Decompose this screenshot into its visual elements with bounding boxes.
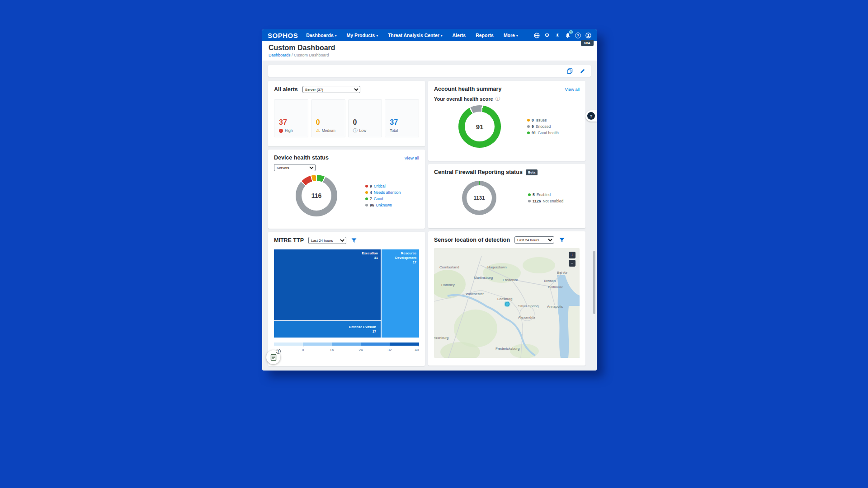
- account-health-legend: 0Issues 9Snoozed 91Good health: [527, 118, 559, 135]
- account-health-title: Account health summary: [434, 86, 501, 92]
- firewall-donut[interactable]: 1131: [462, 181, 496, 215]
- treemap-cell-resource-development[interactable]: Resource Development 17: [382, 249, 419, 338]
- city-label: Annapolis: [547, 305, 563, 309]
- city-label: Fredericksburg: [495, 347, 519, 351]
- firewall-legend: 5Enabled 1126Not enabled: [528, 192, 563, 203]
- chevron-down-icon: ▾: [441, 34, 443, 38]
- help-tab: ?: [585, 110, 597, 122]
- high-severity-icon: !: [279, 129, 283, 133]
- all-alerts-title: All alerts: [274, 86, 298, 93]
- stat-total[interactable]: 37 Total: [385, 99, 419, 137]
- device-health-view-all[interactable]: View all: [404, 155, 419, 160]
- help-icon[interactable]: ?: [575, 33, 581, 38]
- top-navbar: SOPHOS Dashboards▾ My Products▾ Threat A…: [262, 29, 597, 41]
- city-label: Harrisonburg: [434, 336, 448, 340]
- detection-marker[interactable]: [505, 302, 509, 306]
- side-help-button[interactable]: ?: [587, 112, 595, 120]
- nav-my-products[interactable]: My Products▾: [346, 33, 378, 38]
- device-health-card: Device health status View all Servers 11…: [268, 150, 425, 229]
- legend-dot-needs-attention: [365, 191, 368, 194]
- zoom-out-button[interactable]: −: [569, 260, 576, 267]
- globe-icon[interactable]: [533, 32, 540, 38]
- treemap-scale-bar: [274, 343, 419, 346]
- stat-high[interactable]: 37 !High: [274, 99, 308, 137]
- alert-scope-select[interactable]: Server (37): [302, 86, 360, 93]
- nav-alerts[interactable]: Alerts: [452, 33, 466, 38]
- zoom-in-button[interactable]: +: [569, 252, 576, 258]
- treemap-cell-defense-evasion[interactable]: Defense Evasion 17: [274, 321, 381, 338]
- legend-dot-good-health: [527, 131, 530, 134]
- city-label: Frederick: [503, 278, 518, 282]
- city-label: Silver Spring: [518, 304, 538, 308]
- chevron-down-icon: ▾: [335, 34, 337, 38]
- health-score-subtitle: Your overall health score: [434, 96, 493, 102]
- app-window: SOPHOS Dashboards▾ My Products▾ Threat A…: [262, 29, 597, 371]
- breadcrumb-current: Custom Dashboard: [294, 53, 329, 57]
- mitre-title: MITRE TTP: [274, 237, 304, 244]
- nav-items: Dashboards▾ My Products▾ Threat Analysis…: [306, 33, 533, 38]
- city-label: Alexandria: [518, 315, 535, 319]
- account-icon[interactable]: [585, 32, 591, 38]
- sensor-range-select[interactable]: Last 24 hours: [514, 236, 554, 244]
- nav-threat-analysis-center[interactable]: Threat Analysis Center▾: [388, 33, 443, 38]
- device-type-select[interactable]: Servers: [274, 164, 316, 171]
- chevron-down-icon: ▾: [376, 34, 378, 38]
- medium-severity-icon: ⚠: [316, 128, 320, 133]
- city-label: Hagerstown: [487, 265, 507, 269]
- map-canvas: Cumberland Hagerstown Bel Air Martinsbur…: [434, 248, 580, 358]
- page-header: Custom Dashboard Dashboards / Custom Das…: [262, 41, 597, 61]
- stat-medium[interactable]: 0 ⚠Medium: [311, 99, 345, 137]
- nav-more[interactable]: More▾: [504, 33, 518, 38]
- mitre-treemap: Execution 31 Resource Development 17 Def…: [274, 249, 419, 338]
- vertical-scrollbar[interactable]: [593, 251, 595, 314]
- breadcrumb-dashboards[interactable]: Dashboards: [269, 53, 291, 57]
- city-label: Towson: [543, 279, 556, 283]
- legend-dot-not-enabled: [528, 200, 531, 202]
- legend-dot-issues: [527, 119, 530, 122]
- dashboard-content: All alerts Server (37) 37 !High 0 ⚠Mediu…: [262, 61, 597, 371]
- nav-reports[interactable]: Reports: [476, 33, 494, 38]
- treemap-cell-execution[interactable]: Execution 31: [274, 249, 381, 320]
- health-score-donut[interactable]: 91: [458, 105, 501, 148]
- device-health-legend: 9Critical 4Needs attention 7Good 96Unkno…: [365, 184, 401, 207]
- dashboard-toolbar: [268, 65, 591, 77]
- page-title: Custom Dashboard: [269, 44, 590, 52]
- account-health-view-all[interactable]: View all: [565, 87, 580, 92]
- filter-icon[interactable]: [559, 237, 565, 243]
- notifications-icon[interactable]: 1: [565, 32, 571, 38]
- account-health-card: Account health summary View all Your ove…: [428, 81, 585, 161]
- city-label: Martinsburg: [474, 276, 493, 280]
- city-label: Leesburg: [497, 297, 512, 301]
- detection-map[interactable]: + −: [434, 248, 580, 358]
- edit-pencil-icon[interactable]: [579, 68, 585, 74]
- device-health-title: Device health status: [274, 155, 329, 161]
- stat-low[interactable]: 0 ⓘLow: [348, 99, 382, 137]
- floating-report-button[interactable]: 1: [266, 350, 280, 364]
- report-icon: [270, 354, 277, 361]
- city-label: Bel Air: [557, 271, 567, 275]
- legend-dot-unknown: [365, 204, 368, 206]
- low-severity-icon: ⓘ: [353, 128, 358, 133]
- all-alerts-card: All alerts Server (37) 37 !High 0 ⚠Mediu…: [268, 81, 425, 146]
- city-label: Baltimore: [548, 285, 563, 289]
- settings-icon[interactable]: ⚙: [544, 32, 550, 38]
- filter-icon[interactable]: [351, 237, 357, 244]
- treemap-scale-labels: 8 16 24 32 40: [274, 346, 419, 352]
- device-health-donut[interactable]: 116: [296, 175, 337, 216]
- theme-icon[interactable]: ☀: [554, 32, 561, 38]
- nav-dashboards[interactable]: Dashboards▾: [306, 33, 336, 38]
- legend-dot-enabled: [528, 193, 531, 196]
- copy-icon[interactable]: [566, 68, 573, 74]
- legend-dot-good: [365, 197, 368, 200]
- report-count-badge: 1: [276, 349, 281, 354]
- notification-count-badge: 1: [569, 30, 573, 34]
- sophos-logo[interactable]: SOPHOS: [268, 32, 298, 39]
- legend-dot-critical: [365, 185, 368, 188]
- chevron-down-icon: ▾: [516, 34, 518, 38]
- city-label: Winchester: [466, 292, 484, 296]
- alert-stats: 37 !High 0 ⚠Medium 0 ⓘLow 37: [274, 99, 419, 137]
- firewall-reporting-card: Central Firewall Reporting status Beta 1…: [428, 164, 585, 228]
- info-icon[interactable]: ⓘ: [495, 97, 500, 101]
- mitre-range-select[interactable]: Last 24 hours: [308, 237, 346, 244]
- sensor-location-card: Sensor location of detection Last 24 hou…: [428, 231, 585, 366]
